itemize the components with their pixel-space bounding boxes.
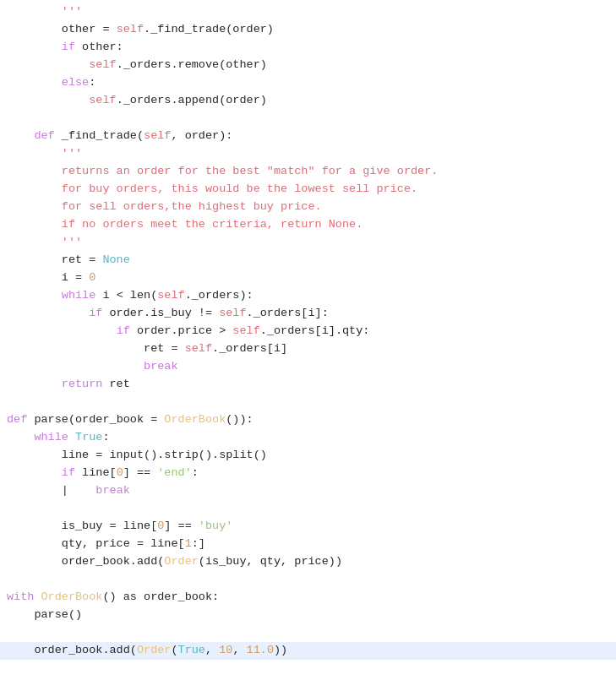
line-content: if order.price > self._orders[i].qty: [7,323,602,340]
code-line: ''' [0,3,616,21]
code-line: i = 0 [0,269,616,287]
line-content: while True: [7,429,602,447]
code-line: order_book.add(Order(is_buy, qty, price)… [0,553,616,571]
line-content: order_book.add(Order(is_buy, qty, price)… [7,553,602,571]
code-line: other = self._find_trade(order) [0,21,616,39]
code-line: def parse(order_book = OrderBook()): [0,411,616,429]
code-line: ret = None [0,252,616,269]
line-content: parse() [7,607,602,624]
line-content: for buy orders, this would be the lowest… [7,181,602,199]
code-line [0,110,616,128]
line-content: if order.is_buy != self._orders[i]: [7,305,602,323]
code-line: line = input().strip().split() [0,447,616,465]
line-content: ret = None [7,252,602,269]
code-line: if order.price > self._orders[i].qty: [0,323,616,340]
line-content: with OrderBook() as order_book: [7,589,602,607]
line-content: returns an order for the best "match" fo… [7,163,602,181]
code-line: order_book.add(Order(True, 10, 11.0)) [0,642,616,660]
line-content: ''' [7,234,602,252]
line-content: is_buy = line[0] == 'buy' [7,518,602,536]
code-line: if order.is_buy != self._orders[i]: [0,305,616,323]
code-line: return ret [0,376,616,394]
line-content: if other: [7,39,602,57]
line-content: other = self._find_trade(order) [7,21,602,39]
line-content [7,500,602,518]
line-content: while i < len(self._orders): [7,287,602,305]
line-content: return ret [7,376,602,394]
code-block: ''' other = self._find_trade(order) if o… [0,0,616,663]
line-content: else: [7,74,602,92]
code-line: def _find_trade(self, order): [0,128,616,145]
line-content: if line[0] == 'end': [7,465,602,482]
code-line [0,571,616,589]
code-line: if no orders meet the criteria, return N… [0,216,616,234]
code-line: parse() [0,607,616,624]
code-line: if line[0] == 'end': [0,465,616,482]
code-line: while i < len(self._orders): [0,287,616,305]
code-line [0,624,616,642]
line-content: self._orders.append(order) [7,92,602,110]
line-content [7,110,602,128]
code-line: self._orders.remove(other) [0,57,616,74]
line-content: qty, price = line[1:] [7,536,602,553]
code-container: ''' other = self._find_trade(order) if o… [0,0,616,691]
code-line: while True: [0,429,616,447]
line-content: def _find_trade(self, order): [7,128,602,145]
code-line: | break [0,482,616,500]
line-content: self._orders.remove(other) [7,57,602,74]
code-line: qty, price = line[1:] [0,536,616,553]
line-content: i = 0 [7,269,602,287]
line-content [7,571,602,589]
line-content: ''' [7,145,602,163]
line-content [7,394,602,411]
line-content: order_book.add(Order(True, 10, 11.0)) [7,642,602,660]
line-content [7,624,602,642]
line-content: line = input().strip().split() [7,447,602,465]
code-line: for buy orders, this would be the lowest… [0,181,616,199]
code-line: with OrderBook() as order_book: [0,589,616,607]
line-content: for sell orders,the highest buy price. [7,199,602,216]
code-line: ''' [0,234,616,252]
code-line [0,394,616,411]
code-line: else: [0,74,616,92]
code-line [0,500,616,518]
code-line: is_buy = line[0] == 'buy' [0,518,616,536]
code-line: if other: [0,39,616,57]
code-line: ret = self._orders[i] [0,340,616,358]
code-line: break [0,358,616,376]
line-content: def parse(order_book = OrderBook()): [7,411,602,429]
line-content: break [7,358,602,376]
line-content: ret = self._orders[i] [7,340,602,358]
line-content: | break [7,482,602,500]
code-line: self._orders.append(order) [0,92,616,110]
code-line: returns an order for the best "match" fo… [0,163,616,181]
code-line: for sell orders,the highest buy price. [0,199,616,216]
line-content: ''' [7,3,602,21]
code-line: ''' [0,145,616,163]
line-content: if no orders meet the criteria, return N… [7,216,602,234]
